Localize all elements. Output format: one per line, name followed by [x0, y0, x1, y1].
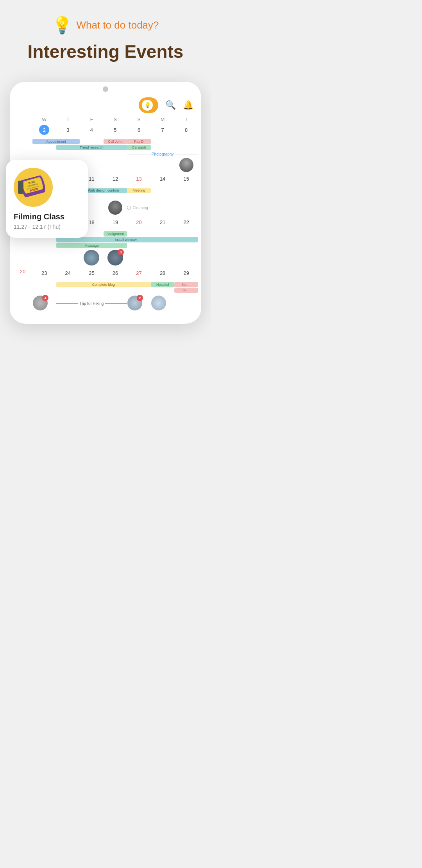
day-num-19: 19: [110, 217, 120, 227]
day-28[interactable]: 28: [151, 267, 175, 280]
day-num-28: 28: [157, 268, 168, 278]
event-call-john[interactable]: Call John: [104, 139, 127, 144]
day-21[interactable]: 21: [151, 216, 175, 229]
avatar-cell-room1: [80, 250, 104, 265]
day-2[interactable]: 2: [32, 124, 56, 136]
top-section: 💡 What to do today? Interesting Events: [0, 0, 211, 82]
avatar-cell-plant: 4: [32, 296, 48, 311]
avatar-cell-person2: [104, 201, 127, 215]
cleaning-row: Cleaning: [127, 206, 151, 210]
day-26[interactable]: 26: [104, 267, 127, 280]
badge-4: 4: [42, 295, 48, 301]
badge-2: 2: [137, 295, 143, 301]
day-num-22: 22: [181, 217, 191, 227]
day-6[interactable]: 6: [127, 124, 151, 136]
hiking-label: Trip for Hiking: [56, 301, 127, 306]
avatar-plant-wrapper: 4: [33, 296, 48, 311]
day-25[interactable]: 25: [80, 267, 104, 280]
day-23[interactable]: 23: [32, 267, 56, 280]
day-num-20: 20: [134, 217, 144, 227]
day-29[interactable]: 29: [174, 267, 198, 280]
day-5[interactable]: 5: [104, 124, 127, 136]
cleaning-label: Cleaning: [132, 206, 148, 210]
events-row-1a: Appointment Call John Pay D: [10, 139, 201, 144]
film-roll-icon: RJ800 EKTAPRESS Colour Negative Film RJ8…: [16, 173, 51, 202]
day-27[interactable]: 27: [127, 267, 151, 280]
day-num-12: 12: [110, 174, 120, 184]
event-hospital[interactable]: Hospital: [151, 282, 175, 287]
day-s1: S: [104, 117, 127, 122]
avatar-group1-wrapper: 3: [107, 250, 123, 265]
events-row-4b: Nur...: [10, 288, 201, 293]
events-row-3b: Install window...: [10, 237, 201, 242]
event-pay[interactable]: Pay D: [127, 139, 151, 144]
event-card[interactable]: RJ800 EKTAPRESS Colour Negative Film RJ8…: [6, 160, 88, 238]
day-8[interactable]: 8: [174, 124, 198, 136]
day-num-15: 15: [181, 174, 191, 184]
day-t1: T: [56, 117, 80, 122]
badge-3: 3: [118, 249, 124, 255]
toggle-icon: 💡: [144, 102, 151, 108]
week-row-1: 2 3 4 5 6 7 8: [10, 124, 201, 138]
events-row-4a: Complete blog Hospital Nur...: [10, 282, 201, 287]
day-num-29: 29: [181, 268, 191, 278]
week-num-empty: [13, 124, 32, 126]
events-row-1b: Trend research Carwash: [10, 145, 201, 150]
toggle-button[interactable]: 💡: [139, 97, 158, 113]
day-22[interactable]: 22: [174, 216, 198, 229]
lightbulb-icon: 💡: [52, 16, 72, 35]
day-num-24: 24: [63, 268, 73, 278]
avatar-cell-1: [174, 158, 198, 172]
day-m: M: [151, 117, 175, 122]
day-labels: W T F S S M T: [10, 117, 201, 122]
day-num-4: 4: [86, 125, 97, 135]
day-num-21: 21: [157, 217, 168, 227]
day-num-7: 7: [157, 125, 168, 135]
event-card-date: 11.27 - 12.17 (Thu): [14, 224, 80, 230]
day-num-2: 2: [39, 125, 49, 135]
bell-icon[interactable]: 🔔: [183, 100, 193, 110]
day-19[interactable]: 19: [104, 216, 127, 229]
week-row-4: 20 23 24 25 26 27 28 29: [10, 267, 201, 281]
event-nur[interactable]: Nur...: [174, 282, 198, 287]
day-7[interactable]: 7: [151, 124, 175, 136]
day-12[interactable]: 12: [104, 173, 127, 185]
cleaning-circle: [127, 206, 131, 210]
avatar-person2: [108, 201, 122, 215]
day-20[interactable]: 20: [127, 216, 151, 229]
event-trend-research[interactable]: Trend research: [56, 145, 127, 150]
avatar-cell-dinner: [151, 296, 166, 311]
event-carwash[interactable]: Carwash: [127, 145, 151, 150]
day-3[interactable]: 3: [56, 124, 80, 136]
event-meeting[interactable]: Meeting: [127, 188, 151, 193]
event-pink2[interactable]: Nur...: [174, 288, 198, 293]
hiking-text: Trip for Hiking: [79, 301, 104, 306]
avatar-room1-wrapper: [84, 250, 99, 265]
search-icon[interactable]: 🔍: [165, 100, 176, 110]
day-num-26: 26: [110, 268, 120, 278]
event-assignment[interactable]: Assignmen: [104, 231, 127, 237]
day-13[interactable]: 13: [127, 173, 151, 185]
day-num-18: 18: [86, 217, 97, 227]
event-appointment[interactable]: Appointment: [32, 139, 80, 144]
day-24[interactable]: 24: [56, 267, 80, 280]
day-num-8: 8: [181, 125, 191, 135]
day-num-14: 14: [157, 174, 168, 184]
event-complete-blog[interactable]: Complete blog: [56, 282, 151, 287]
day-num-23: 23: [39, 268, 49, 278]
avatar-cell-group1: 3: [104, 250, 127, 265]
avatar-person1: [179, 158, 193, 172]
toggle-circle: 💡: [142, 100, 153, 111]
events-row-3c: Massage: [10, 243, 201, 248]
event-install-window[interactable]: Install window...: [56, 237, 198, 242]
main-title: Interesting Events: [8, 41, 203, 62]
day-15[interactable]: 15: [174, 173, 198, 185]
subtitle-text: What to do today?: [76, 19, 159, 31]
day-4[interactable]: 4: [80, 124, 104, 136]
day-num-25: 25: [86, 268, 97, 278]
event-massage2[interactable]: Massage: [56, 243, 127, 248]
day-num-11: 11: [86, 174, 97, 184]
phone-notch: [10, 82, 201, 95]
day-14[interactable]: 14: [151, 173, 175, 185]
day-num-27: 27: [134, 268, 144, 278]
